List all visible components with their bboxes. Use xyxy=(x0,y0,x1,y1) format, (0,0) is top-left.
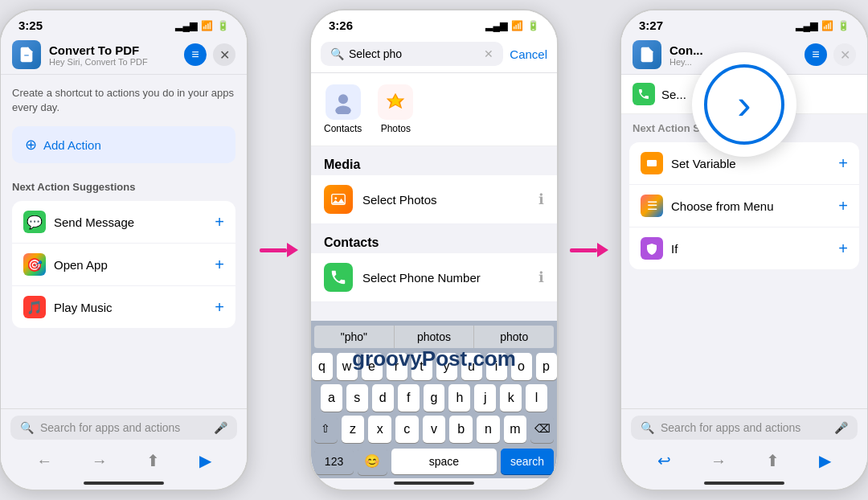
action-choose-menu[interactable]: ☰ Choose from Menu + xyxy=(629,185,859,227)
main-container: 3:25 ▂▄▆ 📶 🔋 Convert To PDF xyxy=(0,0,868,500)
key-space[interactable]: space xyxy=(391,449,497,474)
choose-menu-plus[interactable]: + xyxy=(838,197,848,215)
select-phone-info[interactable]: ℹ xyxy=(538,268,544,286)
arrow-2 xyxy=(570,238,608,262)
choose-menu-label: Choose from Menu xyxy=(671,199,830,213)
search-icon-3: 🔍 xyxy=(641,421,654,434)
play-icon-3[interactable]: ▶ xyxy=(819,451,831,470)
key-m[interactable]: m xyxy=(504,416,527,443)
key-b[interactable]: b xyxy=(449,416,473,443)
clear-icon[interactable]: ✕ xyxy=(484,47,493,60)
key-o[interactable]: o xyxy=(511,353,532,380)
suggestion-open-app[interactable]: 🎯 Open App + xyxy=(12,244,235,286)
key-w[interactable]: w xyxy=(337,353,358,380)
send-message-plus[interactable]: + xyxy=(215,213,224,232)
key-n[interactable]: n xyxy=(477,416,500,443)
close-button-1[interactable]: ✕ xyxy=(213,43,235,66)
key-r[interactable]: r xyxy=(387,353,407,380)
phone-nav-1: ← → ⬆ ▶ xyxy=(1,446,247,478)
key-l[interactable]: l xyxy=(526,384,547,412)
key-g[interactable]: g xyxy=(424,384,445,412)
photos-label: Photos xyxy=(381,123,411,134)
contacts-label: Contacts xyxy=(324,123,362,134)
key-q[interactable]: q xyxy=(312,353,333,380)
action-if[interactable]: If + xyxy=(629,227,859,269)
key-i[interactable]: i xyxy=(486,353,507,380)
key-j[interactable]: j xyxy=(474,384,496,412)
key-shift[interactable]: ⇧ xyxy=(314,416,338,443)
key-search[interactable]: search xyxy=(501,449,554,474)
key-t[interactable]: t xyxy=(411,353,432,380)
open-app-label: Open App xyxy=(54,258,207,272)
search-icon-1: 🔍 xyxy=(20,421,34,434)
key-a[interactable]: a xyxy=(321,384,342,412)
key-d[interactable]: d xyxy=(372,384,394,412)
suggestion-send-message[interactable]: 💬 Send Message + xyxy=(12,201,235,244)
forward-icon-1[interactable]: → xyxy=(92,452,108,470)
arrow-line-2 xyxy=(570,248,597,252)
key-p[interactable]: p xyxy=(536,353,557,380)
menu-button-3[interactable]: ≡ xyxy=(805,43,827,66)
set-variable-plus[interactable]: + xyxy=(838,154,848,173)
circle-overlay: › xyxy=(692,52,796,157)
select-phone-item[interactable]: Select Phone Number ℹ xyxy=(311,253,557,302)
key-emoji[interactable]: 😊 xyxy=(358,447,387,475)
key-z[interactable]: z xyxy=(342,416,365,443)
key-delete[interactable]: ⌫ xyxy=(530,416,554,443)
key-s[interactable]: s xyxy=(346,384,368,412)
search-bar-3[interactable]: 🔍 Search for apps and actions 🎤 xyxy=(631,416,858,440)
play-icon-1[interactable]: ▶ xyxy=(199,451,211,470)
search-value-2: Select pho xyxy=(349,47,402,60)
home-indicator-3 xyxy=(704,482,784,485)
key-u[interactable]: u xyxy=(461,353,482,380)
key-c[interactable]: c xyxy=(395,416,419,443)
play-music-icon: 🎵 xyxy=(23,296,46,318)
kb-sug-3[interactable]: photo xyxy=(474,326,554,348)
battery-icon-2: 🔋 xyxy=(527,20,539,31)
wifi-icon: 📶 xyxy=(201,20,213,31)
if-plus[interactable]: + xyxy=(838,240,848,258)
open-app-plus[interactable]: + xyxy=(215,256,224,274)
suggestion-play-music[interactable]: 🎵 Play Music + xyxy=(12,286,235,328)
select-photos-info[interactable]: ℹ xyxy=(538,191,544,208)
kb-sug-2[interactable]: photos xyxy=(395,326,475,348)
selected-item-label: Se... xyxy=(661,88,686,101)
close-button-3[interactable]: ✕ xyxy=(833,43,856,66)
key-e[interactable]: e xyxy=(362,353,383,380)
quick-contacts[interactable]: Contacts xyxy=(324,84,362,134)
kb-row-2: a s d f g h j k l xyxy=(314,384,554,412)
kb-row-3: ⇧ z x c v b n m ⌫ xyxy=(314,416,554,443)
photos-icon xyxy=(378,84,413,120)
search-input-phone2[interactable]: 🔍 Select pho ✕ xyxy=(321,42,503,66)
arrow-head-1 xyxy=(287,243,298,257)
select-photos-item[interactable]: Select Photos ℹ xyxy=(311,175,557,224)
plus-circle-icon: ⊕ xyxy=(25,136,37,154)
search-placeholder-1: Search for apps and actions xyxy=(40,421,180,434)
phone-2: 3:26 ▂▄▆ 📶 🔋 🔍 Select pho ✕ Cancel xyxy=(309,9,559,491)
menu-button-1[interactable]: ≡ xyxy=(184,43,207,66)
home-indicator-1 xyxy=(84,482,164,485)
cancel-button-2[interactable]: Cancel xyxy=(510,47,547,61)
status-bar-1: 3:25 ▂▄▆ 📶 🔋 xyxy=(1,10,247,35)
quick-photos[interactable]: Photos xyxy=(378,84,413,134)
share-icon-1[interactable]: ⬆ xyxy=(146,451,160,470)
key-y[interactable]: y xyxy=(436,353,457,380)
arrow-line-1 xyxy=(260,248,287,252)
key-h[interactable]: h xyxy=(448,384,470,412)
back-icon-1[interactable]: ← xyxy=(36,452,52,470)
share-icon-3[interactable]: ⬆ xyxy=(766,451,780,470)
key-k[interactable]: k xyxy=(500,384,522,412)
add-action-button[interactable]: ⊕ Add Action xyxy=(12,126,235,163)
phone-1: 3:25 ▂▄▆ 📶 🔋 Convert To PDF xyxy=(0,9,248,491)
kb-sug-1[interactable]: "pho" xyxy=(314,326,395,348)
key-v[interactable]: v xyxy=(423,416,446,443)
play-music-plus[interactable]: + xyxy=(215,298,224,317)
key-x[interactable]: x xyxy=(368,416,391,443)
back-icon-3[interactable]: ↩ xyxy=(657,451,671,470)
header-icons-3: ≡ ✕ xyxy=(805,43,856,66)
key-f[interactable]: f xyxy=(398,384,420,412)
forward-icon-3[interactable]: → xyxy=(710,452,727,470)
search-bar-1[interactable]: 🔍 Search for apps and actions 🎤 xyxy=(10,416,237,440)
signal-icon: ▂▄▆ xyxy=(175,20,197,31)
key-123[interactable]: 123 xyxy=(314,449,354,474)
